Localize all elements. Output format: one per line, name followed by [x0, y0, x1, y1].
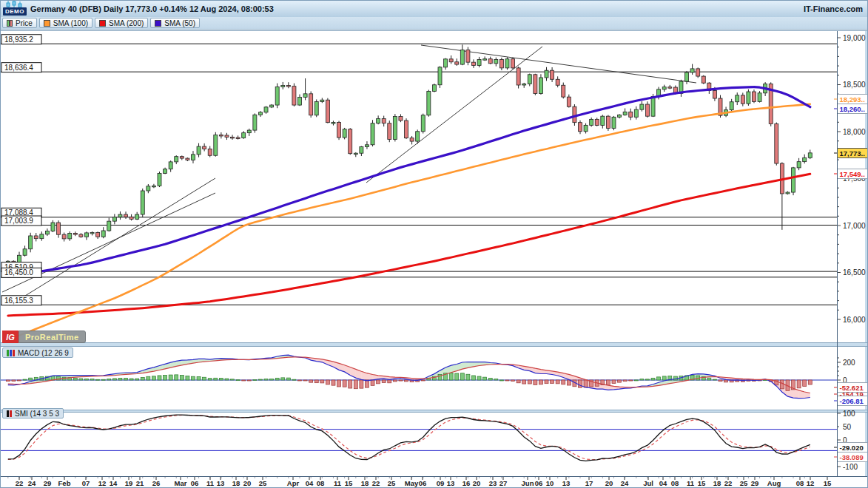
candle-up[interactable]	[651, 97, 655, 117]
candle-up[interactable]	[214, 135, 218, 155]
candle-up[interactable]	[303, 94, 307, 98]
macd-indicator-chip[interactable]: MACD (12 26 9	[2, 348, 73, 358]
candle-up[interactable]	[247, 130, 251, 133]
candle-down[interactable]	[219, 135, 223, 136]
candle-down[interactable]	[466, 50, 470, 63]
candle-up[interactable]	[601, 116, 605, 125]
candle-down[interactable]	[180, 157, 184, 158]
candle-up[interactable]	[175, 157, 178, 162]
candle-down[interactable]	[606, 116, 610, 128]
candle-down[interactable]	[208, 149, 212, 155]
candle-up[interactable]	[164, 169, 167, 174]
candle-down[interactable]	[236, 138, 240, 139]
candle-up[interactable]	[112, 217, 116, 221]
candle-up[interactable]	[460, 50, 464, 64]
candle-down[interactable]	[551, 70, 554, 79]
candle-up[interactable]	[118, 214, 122, 217]
candle-up[interactable]	[792, 168, 795, 192]
candle-up[interactable]	[505, 59, 509, 68]
candle-down[interactable]	[534, 75, 537, 94]
candle-down[interactable]	[517, 68, 520, 85]
candle-up[interactable]	[320, 100, 324, 101]
candle-down[interactable]	[73, 233, 77, 234]
candle-up[interactable]	[298, 97, 302, 105]
candle-down[interactable]	[713, 91, 716, 99]
candle-up[interactable]	[365, 145, 369, 147]
candle-up[interactable]	[444, 59, 448, 67]
candle-down[interactable]	[203, 146, 206, 149]
candle-up[interactable]	[786, 192, 790, 194]
candle-up[interactable]	[730, 102, 733, 110]
candle-down[interactable]	[595, 119, 599, 125]
candle-down[interactable]	[34, 236, 38, 239]
candle-down[interactable]	[129, 217, 133, 219]
candle-up[interactable]	[253, 115, 257, 130]
candle-up[interactable]	[29, 236, 33, 249]
candle-up[interactable]	[438, 67, 442, 85]
candle-up[interactable]	[797, 162, 801, 168]
candle-down[interactable]	[556, 79, 559, 85]
smi-indicator-chip[interactable]: SMI (14 3 5 3	[2, 408, 64, 418]
candle-up[interactable]	[40, 234, 44, 239]
candle-up[interactable]	[416, 132, 420, 141]
candle-up[interactable]	[45, 231, 49, 234]
candle-up[interactable]	[584, 125, 588, 131]
candle-up[interactable]	[494, 59, 498, 63]
candle-up[interactable]	[618, 115, 622, 117]
candle-up[interactable]	[258, 112, 262, 115]
candle-up[interactable]	[147, 186, 150, 191]
legend-price-button[interactable]: Price	[2, 18, 37, 28]
candle-down[interactable]	[326, 100, 329, 122]
candle-down[interactable]	[405, 121, 408, 138]
candle-up[interactable]	[612, 117, 616, 128]
candle-down[interactable]	[225, 135, 229, 137]
candle-up[interactable]	[736, 95, 739, 102]
candle-up[interactable]	[107, 221, 111, 231]
candle-down[interactable]	[455, 62, 459, 64]
candle-up[interactable]	[483, 59, 487, 61]
legend-sma50-button[interactable]: SMA (50)	[150, 18, 200, 28]
candle-up[interactable]	[421, 115, 425, 132]
candle-down[interactable]	[579, 123, 582, 132]
candle-up[interactable]	[141, 191, 144, 214]
candle-down[interactable]	[231, 137, 235, 138]
candle-down[interactable]	[57, 223, 61, 234]
candle-up[interactable]	[371, 123, 374, 145]
legend-sma100-button[interactable]: SMA (100)	[39, 18, 92, 28]
candle-up[interactable]	[197, 146, 201, 155]
candle-down[interactable]	[573, 106, 576, 122]
candle-down[interactable]	[741, 95, 744, 104]
legend-sma200-button[interactable]: SMA (200)	[95, 18, 148, 28]
candle-up[interactable]	[640, 104, 644, 109]
candle-down[interactable]	[410, 138, 414, 141]
candle-up[interactable]	[270, 105, 274, 107]
candle-down[interactable]	[499, 59, 503, 67]
candle-up[interactable]	[242, 133, 246, 138]
candle-down[interactable]	[292, 87, 296, 105]
candle-down[interactable]	[668, 87, 672, 89]
candle-down[interactable]	[337, 123, 341, 138]
candle-up[interactable]	[314, 101, 318, 115]
candle-up[interactable]	[135, 214, 139, 219]
candle-down[interactable]	[349, 129, 352, 154]
candle-up[interactable]	[803, 157, 807, 161]
candle-down[interactable]	[562, 85, 565, 97]
candle-down[interactable]	[449, 59, 453, 62]
candle-up[interactable]	[158, 173, 161, 186]
candle-up[interactable]	[427, 91, 431, 115]
candle-up[interactable]	[690, 69, 694, 72]
candle-up[interactable]	[685, 72, 689, 81]
candle-down[interactable]	[96, 232, 100, 237]
candle-down[interactable]	[309, 94, 313, 115]
candle-up[interactable]	[191, 155, 195, 160]
candle-down[interactable]	[629, 112, 633, 117]
candle-up[interactable]	[477, 59, 481, 65]
candle-down[interactable]	[471, 62, 475, 65]
candle-down[interactable]	[511, 59, 515, 68]
candle-up[interactable]	[152, 186, 155, 187]
candle-down[interactable]	[382, 118, 386, 123]
candle-up[interactable]	[662, 87, 666, 89]
candle-down[interactable]	[186, 158, 189, 160]
candle-down[interactable]	[286, 86, 290, 87]
candle-down[interactable]	[399, 117, 403, 121]
